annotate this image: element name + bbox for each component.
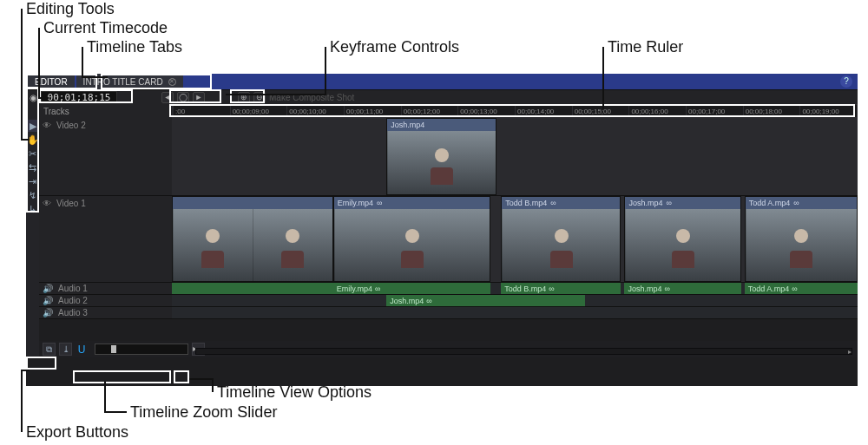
export-button[interactable]: ⧉ (43, 343, 56, 356)
timeline-tabs: EDITOR INTRO TITLE CARD ✕ ? (26, 74, 858, 89)
annotation-editing-tools: Editing Tools (26, 0, 115, 18)
help-button[interactable]: ? (840, 75, 852, 88)
speaker-icon[interactable]: 🔊 (43, 284, 53, 293)
track-lane[interactable]: Emily.mp4 ∞ Todd B.mp4 ∞ Josh.mp4 ∞ Todd… (172, 196, 858, 282)
horizontal-scrollbar[interactable]: ◂ ▸ (195, 348, 852, 355)
tracks-header-row: Tracks :00 00;00;09;00 00;00;10;00 00;00… (26, 104, 858, 118)
snap-tool-icon[interactable]: ↳ (27, 203, 38, 215)
clip-label: Josh.mp4 (628, 199, 662, 207)
link-icon: ∞ (377, 199, 382, 207)
video-clip[interactable] (172, 196, 333, 282)
track-name: Video 1 (56, 199, 86, 208)
track-lane[interactable]: Emily.mp4 ∞ Todd B.mp4 ∞ Josh.mp4 ∞ Todd… (172, 283, 858, 294)
callout-box-zoom-slider (73, 370, 171, 383)
track-label[interactable]: 🔊Audio 3 (39, 307, 172, 318)
ruler-tick: 00;00;18;00 (743, 105, 800, 117)
leader-line (325, 47, 326, 94)
video-clip[interactable]: Emily.mp4 ∞ (333, 196, 491, 282)
eye-icon[interactable]: 👁 (43, 121, 51, 130)
leader-line (21, 9, 23, 139)
ruler-tick: 00;00;10;00 (286, 105, 344, 117)
leader-line (82, 76, 108, 78)
leader-line (602, 47, 604, 109)
speaker-icon[interactable]: 🔊 (43, 308, 53, 317)
tab-editor[interactable]: EDITOR (28, 74, 75, 89)
ruler-tick: 00;00;16;00 (628, 105, 686, 117)
current-timecode[interactable]: 00;01;18;15 (41, 91, 117, 103)
track-label[interactable]: 👁 Video 1 (39, 196, 172, 282)
audio-track: 🔊Audio 3 (39, 307, 858, 319)
time-ruler[interactable]: :00 00;00;09;00 00;00;10;00 00;00;11;00 … (172, 104, 858, 118)
video-editor-panel: EDITOR INTRO TITLE CARD ✕ ? ◉ 00;01;18;1… (26, 74, 858, 386)
track-lane[interactable]: Josh.mp4 (172, 118, 858, 195)
link-icon: ∞ (550, 199, 556, 207)
ripple-tool-icon[interactable]: ⇥ (27, 175, 38, 187)
ruler-tick: 00;00;14;00 (515, 105, 572, 117)
audio-clip[interactable]: Todd B.mp4 ∞ (501, 283, 621, 294)
audio-clip[interactable]: Emily.mp4 ∞ (333, 283, 491, 294)
leader-line (38, 97, 49, 99)
video-track: 👁 Video 2 Josh.mp4 (39, 118, 858, 196)
slip-tool-icon[interactable]: ⇆ (27, 161, 38, 173)
scroll-right-icon[interactable]: ▸ (845, 348, 854, 355)
timeline-footer: ⧉ ⤓ U ▸ ◂ ▸ (39, 341, 858, 357)
link-icon: ∞ (426, 297, 431, 305)
track-name: Audio 3 (58, 308, 88, 317)
audio-clip[interactable]: Todd A.mp4 ∞ (745, 283, 858, 294)
tracks-area: 👁 Video 2 Josh.mp4 👁 Video 1 Em (39, 118, 858, 357)
track-label[interactable]: 🔊Audio 2 (39, 295, 172, 306)
annotation-time-ruler: Time Ruler (608, 38, 683, 56)
clip-label: Todd B.mp4 (505, 199, 547, 207)
scroll-track[interactable] (195, 348, 852, 355)
ruler-tick: 00;00;12;00 (401, 105, 458, 117)
video-clip[interactable]: Josh.mp4 (386, 118, 496, 195)
annotation-current-timecode: Current Timecode (43, 19, 168, 37)
keyframe-prev-button[interactable]: ◄ (161, 92, 174, 103)
annotation-keyframe-controls: Keyframe Controls (330, 38, 459, 56)
audio-track: 🔊Audio 2 Josh.mp4 ∞ (39, 295, 858, 307)
video-clip[interactable]: Josh.mp4 ∞ (624, 196, 740, 282)
eye-icon[interactable]: 👁 (43, 199, 51, 208)
ruler-tick: 00;00;19;00 (799, 105, 857, 117)
leader-line (104, 382, 106, 411)
track-lane[interactable] (172, 307, 858, 318)
leader-line (189, 378, 214, 380)
audio-track: 🔊Audio 1 Emily.mp4 ∞ Todd B.mp4 ∞ Josh.m… (39, 283, 858, 295)
clip-label: Josh.mp4 (391, 121, 424, 129)
track-label[interactable]: 👁 Video 2 (39, 118, 172, 195)
close-icon[interactable]: ✕ (168, 78, 176, 86)
link-icon: ∞ (666, 199, 671, 207)
ruler-tick: 00;00;13;00 (457, 105, 515, 117)
video-clip[interactable]: Todd B.mp4 ∞ (501, 196, 621, 282)
keyframe-next-button[interactable]: ► (193, 92, 205, 103)
ruler-tick: 00;00;09;00 (230, 105, 287, 117)
audio-clip[interactable] (172, 283, 333, 294)
timeline-zoom-slider[interactable] (95, 344, 188, 355)
track-label[interactable]: 🔊Audio 1 (39, 283, 172, 294)
snap-toggle-icon[interactable]: U (76, 344, 88, 356)
export-button[interactable]: ⤓ (59, 343, 72, 356)
clip-label: Emily.mp4 (338, 199, 373, 207)
ruler-tick: 00;00;11;00 (344, 105, 401, 117)
timeline-body: ▶ ✋ ✂ ⇆ ⇥ ↯ ↳ 👁 Video 2 Josh.mp4 (26, 118, 858, 357)
video-clip[interactable]: Todd A.mp4 ∞ (745, 196, 858, 282)
leader-line (226, 94, 326, 95)
track-lane[interactable]: Josh.mp4 ∞ (172, 295, 858, 306)
leader-line (212, 378, 214, 392)
keyframe-add-button[interactable]: ◯ (177, 92, 189, 103)
rate-tool-icon[interactable]: ↯ (27, 189, 38, 201)
track-name: Video 2 (56, 121, 86, 130)
clip-label: Todd B.mp4 (504, 285, 546, 293)
select-tool-icon[interactable]: ▶ (27, 120, 38, 132)
leader-line (38, 28, 40, 97)
speaker-icon[interactable]: 🔊 (43, 296, 53, 305)
zoom-handle[interactable] (111, 345, 116, 353)
keyframe-controls: ◄ ◯ ► ⊕ ⊖ Make Composite Shot (118, 90, 858, 104)
annotation-export-buttons: Export Buttons (26, 423, 128, 442)
audio-clip[interactable]: Josh.mp4 ∞ (386, 295, 585, 306)
clip-label: Todd A.mp4 (748, 285, 790, 293)
link-icon: ∞ (792, 285, 797, 293)
slice-tool-icon[interactable]: ✂ (27, 147, 38, 160)
tab-label: INTRO TITLE CARD (83, 77, 163, 87)
audio-clip[interactable]: Josh.mp4 ∞ (624, 283, 740, 294)
